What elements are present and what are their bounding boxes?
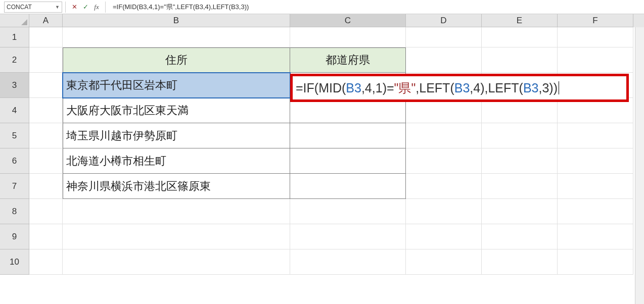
- tok-rp: ): [383, 81, 387, 95]
- cell-D7[interactable]: [406, 174, 482, 199]
- row-header-8[interactable]: 8: [0, 199, 29, 224]
- row-header-7[interactable]: 7: [0, 174, 29, 199]
- cell-E2[interactable]: [482, 47, 558, 73]
- cell-C8[interactable]: [290, 199, 406, 224]
- cell-E6[interactable]: [482, 148, 558, 174]
- cell-A6[interactable]: [29, 148, 63, 174]
- tok-left2: LEFT: [488, 81, 519, 95]
- cell-D1[interactable]: [406, 27, 482, 47]
- cell-E8[interactable]: [482, 199, 558, 224]
- col-header-E[interactable]: E: [482, 14, 558, 27]
- fx-button[interactable]: fx: [91, 2, 102, 13]
- cell-D9[interactable]: [406, 224, 482, 249]
- tok-mid: MID: [318, 81, 342, 95]
- text-caret: [559, 81, 559, 94]
- row-10: 10: [0, 249, 644, 275]
- row-header-9[interactable]: 9: [0, 224, 29, 249]
- cell-F6[interactable]: [558, 148, 633, 174]
- col-header-D[interactable]: D: [406, 14, 482, 27]
- cell-A5[interactable]: [29, 123, 63, 148]
- tok-c4: ,: [470, 81, 473, 95]
- cell-A1[interactable]: [29, 27, 63, 47]
- cell-A9[interactable]: [29, 224, 63, 249]
- cell-B9[interactable]: [63, 224, 290, 249]
- tok-rp4: ): [554, 81, 558, 95]
- cell-A8[interactable]: [29, 199, 63, 224]
- column-headers: A B C D E F: [0, 14, 644, 27]
- row-header-6[interactable]: 6: [0, 148, 29, 174]
- cell-B10[interactable]: [63, 249, 290, 275]
- cell-C10[interactable]: [290, 249, 406, 275]
- spreadsheet-grid: A B C D E F 1 2 住所 都道府県 3 東京都千代田区: [0, 14, 644, 304]
- enter-button[interactable]: ✓: [80, 2, 91, 13]
- cell-F1[interactable]: [558, 27, 633, 47]
- cell-B3[interactable]: 東京都千代田区岩本町: [63, 73, 290, 98]
- cell-C7[interactable]: [290, 174, 406, 199]
- cell-C9[interactable]: [290, 224, 406, 249]
- cell-F5[interactable]: [558, 123, 633, 148]
- tok-lp2: (: [342, 81, 346, 95]
- cell-D8[interactable]: [406, 199, 482, 224]
- cell-F7[interactable]: [558, 174, 633, 199]
- cell-C5[interactable]: [290, 123, 406, 148]
- name-box[interactable]: CONCAT ▼: [4, 2, 62, 13]
- cell-F2[interactable]: [558, 47, 633, 73]
- cell-F8[interactable]: [558, 199, 633, 224]
- col-header-A[interactable]: A: [29, 14, 63, 27]
- tok-ref3: B3: [523, 81, 539, 95]
- cell-F9[interactable]: [558, 224, 633, 249]
- divider: [105, 2, 106, 13]
- row-7: 7 神奈川県横浜市港北区篠原東: [0, 174, 644, 199]
- row-header-2[interactable]: 2: [0, 47, 29, 73]
- cell-E5[interactable]: [482, 123, 558, 148]
- row-8: 8: [0, 199, 644, 224]
- cell-editing-overlay[interactable]: =IF(MID(B3,4,1)="県",LEFT(B3,4),LEFT(B3,3…: [290, 74, 629, 102]
- row-9: 9: [0, 224, 644, 249]
- fx-icon: fx: [94, 3, 99, 11]
- cell-C6[interactable]: [290, 148, 406, 174]
- col-header-F[interactable]: F: [558, 14, 633, 27]
- cell-B7[interactable]: 神奈川県横浜市港北区篠原東: [63, 174, 290, 199]
- cell-D5[interactable]: [406, 123, 482, 148]
- cell-D10[interactable]: [406, 249, 482, 275]
- row-header-3[interactable]: 3: [0, 73, 29, 98]
- cell-D6[interactable]: [406, 148, 482, 174]
- tok-eq: =: [296, 81, 303, 95]
- cell-B5[interactable]: 埼玉県川越市伊勢原町: [63, 123, 290, 148]
- cell-B6[interactable]: 北海道小樽市相生町: [63, 148, 290, 174]
- cell-A4[interactable]: [29, 98, 63, 123]
- tok-c2: ,: [372, 81, 376, 95]
- cell-B1[interactable]: [63, 27, 290, 47]
- cell-E9[interactable]: [482, 224, 558, 249]
- col-header-B[interactable]: B: [63, 14, 290, 27]
- cell-F10[interactable]: [558, 249, 633, 275]
- cell-E10[interactable]: [482, 249, 558, 275]
- cell-A3[interactable]: [29, 73, 63, 98]
- col-header-C[interactable]: C: [290, 14, 406, 27]
- name-box-dropdown-icon[interactable]: ▼: [55, 5, 60, 10]
- rows: 1 2 住所 都道府県 3 東京都千代田区岩本町 4: [0, 27, 644, 275]
- cell-B2[interactable]: 住所: [63, 47, 290, 73]
- cancel-button[interactable]: ✕: [69, 2, 80, 13]
- cell-C2[interactable]: 都道府県: [290, 47, 406, 73]
- row-1: 1: [0, 27, 644, 47]
- tok-str: "県": [394, 80, 416, 96]
- vertical-scrollbar[interactable]: [635, 27, 644, 304]
- cell-C1[interactable]: [290, 27, 406, 47]
- formula-bar: CONCAT ▼ ✕ ✓ fx =IF(MID(B3,4,1)="県",LEFT…: [0, 0, 644, 14]
- cell-A7[interactable]: [29, 174, 63, 199]
- tok-4b: 4: [473, 81, 480, 95]
- cell-E1[interactable]: [482, 27, 558, 47]
- cell-A2[interactable]: [29, 47, 63, 73]
- select-all-button[interactable]: [0, 14, 29, 27]
- cell-B8[interactable]: [63, 199, 290, 224]
- cell-D2[interactable]: [406, 47, 482, 73]
- cell-A10[interactable]: [29, 249, 63, 275]
- formula-input[interactable]: =IF(MID(B3,4,1)="県",LEFT(B3,4),LEFT(B3,3…: [109, 2, 644, 13]
- cell-B4[interactable]: 大阪府大阪市北区東天満: [63, 98, 290, 123]
- row-header-10[interactable]: 10: [0, 249, 29, 275]
- cell-E7[interactable]: [482, 174, 558, 199]
- row-header-5[interactable]: 5: [0, 123, 29, 148]
- row-header-4[interactable]: 4: [0, 98, 29, 123]
- row-header-1[interactable]: 1: [0, 27, 29, 47]
